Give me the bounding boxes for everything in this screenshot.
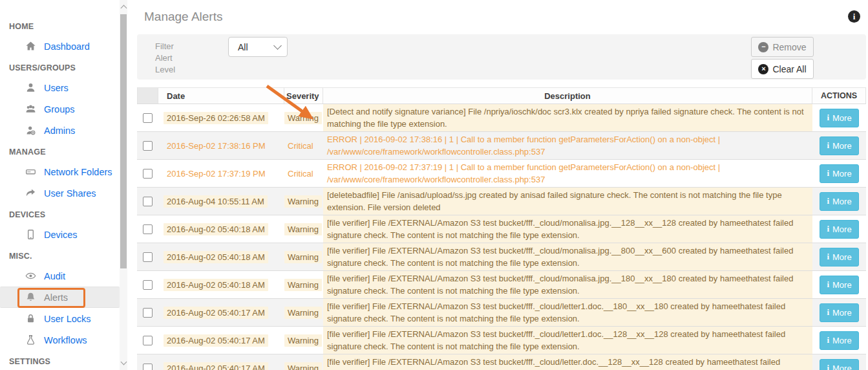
date-column-header[interactable]: Date	[158, 88, 284, 103]
table-row: 2016-Aug-02 05:40:18 AM Warning [file ve…	[137, 271, 866, 299]
row-checkbox[interactable]	[143, 169, 153, 179]
sidebar-item-user-shares[interactable]: User Shares	[0, 182, 120, 204]
sidebar-item-users[interactable]: Users	[0, 77, 120, 98]
alert-level-value: All	[238, 42, 275, 52]
sidebar-section-label: SETTINGS	[9, 357, 120, 368]
page-title: Manage Alerts	[144, 10, 222, 24]
scrollbar-thumb[interactable]	[120, 14, 127, 268]
device-icon	[25, 229, 36, 241]
severity-column-header[interactable]: Severity	[284, 88, 323, 103]
remove-button[interactable]: − Remove	[751, 37, 814, 57]
alert-description: [file verifier] File /EXTERNAL/Amazon S3…	[323, 215, 812, 243]
row-checkbox[interactable]	[143, 252, 153, 262]
share-arrow-icon	[25, 188, 36, 199]
alert-severity-badge: Warning	[284, 362, 322, 370]
filter-label: Filter Alert Level	[155, 41, 175, 76]
sidebar-item-alerts[interactable]: Alerts	[0, 287, 120, 308]
cross-circle-icon: ×	[758, 64, 768, 74]
alert-date: 2016-Aug-02 05:40:18 AM	[164, 251, 268, 263]
users-icon	[25, 103, 36, 115]
admin-icon	[25, 125, 36, 136]
more-button[interactable]: iMore	[820, 303, 858, 322]
row-checkbox[interactable]	[143, 197, 153, 206]
scroll-up-icon[interactable]	[121, 5, 127, 12]
row-checkbox[interactable]	[143, 280, 153, 290]
more-button[interactable]: iMore	[820, 192, 858, 211]
table-row: 2016-Aug-02 05:40:18 AM Warning [file ve…	[137, 243, 866, 271]
bell-icon	[25, 292, 36, 303]
sidebar-section-label: MANAGE	[9, 147, 120, 158]
alert-date: 2016-Sep-02 17:38:16 PM	[164, 140, 269, 152]
table-row: 2016-Aug-04 10:55:11 AM Warning [deleteb…	[137, 188, 866, 215]
alert-date: 2016-Sep-02 17:37:19 PM	[164, 168, 269, 180]
alert-severity-badge: Warning	[284, 334, 322, 347]
alert-severity-badge: Warning	[284, 251, 322, 263]
sidebar-section-label: MISC.	[9, 252, 120, 263]
alert-severity-badge: Critical	[284, 140, 317, 152]
table-row: 2016-Aug-02 05:40:18 AM Warning [file ve…	[137, 215, 866, 243]
description-column-header[interactable]: Description	[323, 88, 812, 103]
alert-description: ERROR | 2016-09-02 17:38:16 | 1 | Call t…	[323, 132, 812, 159]
table-row: 2016-Sep-02 17:37:19 PM Critical ERROR |…	[137, 160, 866, 188]
alert-description: [Detect and notify signature variance] F…	[323, 104, 812, 131]
main-content: Manage Alerts i Filter Alert Level All −…	[137, 0, 866, 370]
info-icon: i	[827, 363, 829, 370]
alert-level-select[interactable]: All	[228, 37, 288, 57]
table-row: 2016-Aug-02 05:40:17 AM Warning [file ve…	[137, 354, 866, 370]
sidebar-item-groups[interactable]: Groups	[0, 98, 120, 120]
more-button[interactable]: iMore	[820, 220, 858, 239]
alert-date: 2016-Aug-02 05:40:17 AM	[164, 362, 268, 370]
sidebar-item-workflows[interactable]: Workflows	[0, 329, 120, 351]
info-icon: i	[827, 252, 829, 262]
user-icon	[25, 82, 36, 94]
more-button[interactable]: iMore	[820, 164, 858, 183]
sidebar-item-user-locks[interactable]: User Locks	[0, 308, 120, 329]
home-icon	[25, 41, 36, 52]
alert-date: 2016-Sep-26 02:26:58 AM	[164, 112, 268, 124]
scroll-down-icon[interactable]	[121, 359, 127, 365]
more-button[interactable]: iMore	[820, 331, 858, 350]
manage-alerts-page: HOME Dashboard USERS/GROUPS Users Groups…	[0, 0, 868, 370]
row-checkbox[interactable]	[143, 141, 153, 151]
sidebar-item-audit[interactable]: Audit	[0, 265, 120, 287]
table-row: 2016-Sep-26 02:26:58 AM Warning [Detect …	[137, 104, 866, 132]
table-body: 2016-Sep-26 02:26:58 AM Warning [Detect …	[137, 104, 866, 370]
filter-bar: Filter Alert Level All − Remove × Clear …	[137, 34, 866, 80]
more-button[interactable]: iMore	[820, 276, 858, 294]
sidebar-item-admins[interactable]: Admins	[0, 120, 120, 141]
sidebar-item-dashboard[interactable]: Dashboard	[0, 36, 120, 57]
info-icon: i	[827, 196, 829, 206]
alert-date: 2016-Aug-02 05:40:17 AM	[164, 334, 268, 347]
lock-icon	[25, 313, 36, 325]
alert-date: 2016-Aug-02 05:40:18 AM	[164, 223, 268, 235]
row-checkbox[interactable]	[143, 308, 153, 318]
alert-severity-badge: Warning	[284, 223, 322, 235]
table-row: 2016-Sep-02 17:38:16 PM Critical ERROR |…	[137, 132, 866, 160]
alert-date: 2016-Aug-04 10:55:11 AM	[164, 195, 268, 208]
sidebar-scrollbar[interactable]	[120, 0, 127, 370]
row-checkbox[interactable]	[143, 224, 153, 234]
alert-severity-badge: Warning	[284, 307, 322, 319]
eye-icon	[25, 270, 36, 282]
row-checkbox[interactable]	[143, 336, 153, 345]
row-checkbox[interactable]	[143, 364, 153, 370]
flask-icon	[25, 334, 36, 346]
row-checkbox[interactable]	[143, 113, 153, 123]
more-button[interactable]: iMore	[820, 109, 858, 127]
sidebar-section-label: DEVICES	[9, 210, 120, 221]
info-icon[interactable]: i	[848, 10, 860, 23]
more-button[interactable]: iMore	[820, 359, 858, 370]
info-icon: i	[827, 224, 829, 234]
info-icon: i	[827, 279, 829, 290]
network-folder-icon	[25, 166, 36, 178]
sidebar-item-devices[interactable]: Devices	[0, 224, 120, 245]
alert-description: [file verifier] File /EXTERNAL/Amazon S3…	[323, 354, 812, 370]
minus-circle-icon: −	[758, 42, 768, 52]
clear-all-button[interactable]: × Clear All	[751, 59, 814, 79]
alert-description: [file verifier] File /EXTERNAL/Amazon S3…	[323, 327, 812, 354]
alert-description: [file verifier] File /EXTERNAL/Amazon S3…	[323, 299, 812, 326]
more-button[interactable]: iMore	[820, 248, 858, 267]
alert-description: [file verifier] File /EXTERNAL/Amazon S3…	[323, 271, 812, 298]
more-button[interactable]: iMore	[820, 136, 858, 155]
sidebar-item-network-folders[interactable]: Network Folders	[0, 161, 120, 182]
